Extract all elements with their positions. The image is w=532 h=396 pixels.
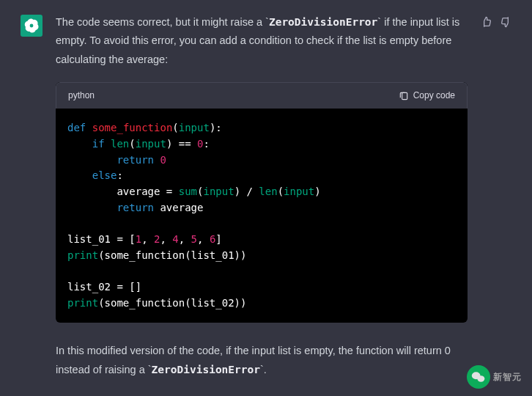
watermark-text: 新智元 — [493, 371, 522, 384]
message-content: The code seems correct, but it might rai… — [56, 13, 468, 392]
svg-point-0 — [30, 24, 34, 28]
code-content[interactable]: def some_function(input): if len(input) … — [56, 109, 468, 323]
response-paragraph-1: The code seems correct, but it might rai… — [56, 13, 468, 69]
thumbs-up-icon[interactable] — [481, 16, 492, 28]
thumbs-down-icon[interactable] — [500, 16, 511, 28]
copy-code-label: Copy code — [413, 88, 455, 103]
code-language-label: python — [68, 88, 95, 103]
inline-code: ZeroDivisionError — [269, 16, 377, 28]
copy-code-button[interactable]: Copy code — [399, 88, 455, 103]
feedback-actions — [481, 16, 511, 28]
code-header: python Copy code — [56, 82, 468, 109]
code-block: python Copy code def some_function(input… — [56, 82, 468, 323]
inline-code: ZeroDivisionError — [152, 364, 260, 375]
svg-point-3 — [477, 375, 484, 381]
clipboard-icon — [399, 91, 409, 101]
assistant-avatar — [21, 15, 43, 37]
message-row: The code seems correct, but it might rai… — [21, 13, 511, 392]
wechat-icon — [467, 365, 490, 389]
openai-logo-icon — [24, 18, 39, 33]
svg-rect-1 — [402, 92, 407, 99]
watermark: 新智元 — [467, 365, 522, 389]
response-paragraph-2: In this modified version of the code, if… — [56, 342, 468, 379]
